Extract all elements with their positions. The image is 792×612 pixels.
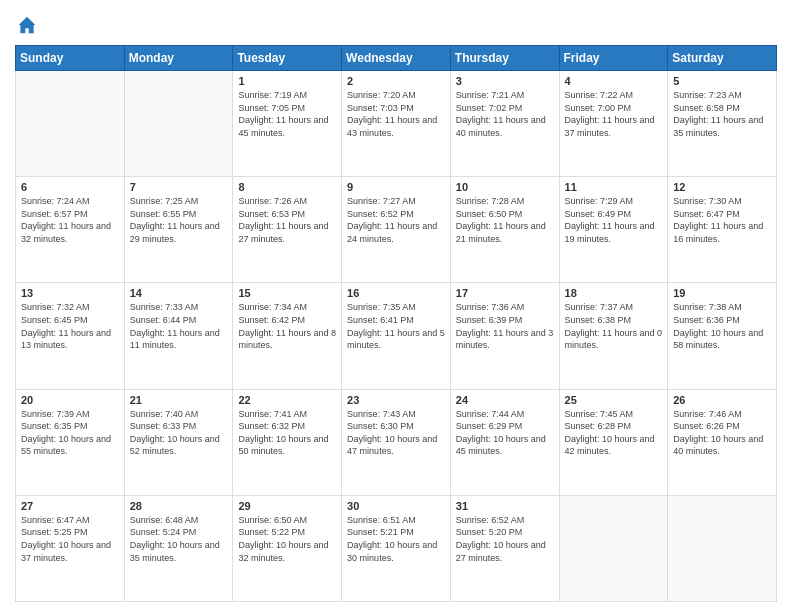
day-number: 22 xyxy=(238,394,336,406)
cell-info: Sunrise: 7:26 AMSunset: 6:53 PMDaylight:… xyxy=(238,195,336,245)
day-number: 7 xyxy=(130,181,228,193)
day-number: 3 xyxy=(456,75,554,87)
day-number: 26 xyxy=(673,394,771,406)
calendar-cell: 7Sunrise: 7:25 AMSunset: 6:55 PMDaylight… xyxy=(124,177,233,283)
calendar-cell: 20Sunrise: 7:39 AMSunset: 6:35 PMDayligh… xyxy=(16,389,125,495)
cell-info: Sunrise: 7:20 AMSunset: 7:03 PMDaylight:… xyxy=(347,89,445,139)
cell-info: Sunrise: 6:47 AMSunset: 5:25 PMDaylight:… xyxy=(21,514,119,564)
calendar-cell: 28Sunrise: 6:48 AMSunset: 5:24 PMDayligh… xyxy=(124,495,233,601)
day-number: 20 xyxy=(21,394,119,406)
day-number: 1 xyxy=(238,75,336,87)
day-number: 21 xyxy=(130,394,228,406)
calendar-cell: 22Sunrise: 7:41 AMSunset: 6:32 PMDayligh… xyxy=(233,389,342,495)
cell-info: Sunrise: 7:37 AMSunset: 6:38 PMDaylight:… xyxy=(565,301,663,351)
weekday-header-wednesday: Wednesday xyxy=(342,46,451,71)
cell-info: Sunrise: 7:33 AMSunset: 6:44 PMDaylight:… xyxy=(130,301,228,351)
calendar-cell: 31Sunrise: 6:52 AMSunset: 5:20 PMDayligh… xyxy=(450,495,559,601)
cell-info: Sunrise: 7:36 AMSunset: 6:39 PMDaylight:… xyxy=(456,301,554,351)
logo xyxy=(15,15,37,35)
calendar-cell: 24Sunrise: 7:44 AMSunset: 6:29 PMDayligh… xyxy=(450,389,559,495)
day-number: 6 xyxy=(21,181,119,193)
calendar-cell xyxy=(124,71,233,177)
page: SundayMondayTuesdayWednesdayThursdayFrid… xyxy=(0,0,792,612)
weekday-header-thursday: Thursday xyxy=(450,46,559,71)
weekday-header-friday: Friday xyxy=(559,46,668,71)
cell-info: Sunrise: 7:44 AMSunset: 6:29 PMDaylight:… xyxy=(456,408,554,458)
day-number: 15 xyxy=(238,287,336,299)
cell-info: Sunrise: 7:21 AMSunset: 7:02 PMDaylight:… xyxy=(456,89,554,139)
day-number: 4 xyxy=(565,75,663,87)
calendar-cell: 19Sunrise: 7:38 AMSunset: 6:36 PMDayligh… xyxy=(668,283,777,389)
calendar-cell: 13Sunrise: 7:32 AMSunset: 6:45 PMDayligh… xyxy=(16,283,125,389)
day-number: 25 xyxy=(565,394,663,406)
day-number: 16 xyxy=(347,287,445,299)
day-number: 13 xyxy=(21,287,119,299)
day-number: 27 xyxy=(21,500,119,512)
day-number: 5 xyxy=(673,75,771,87)
day-number: 29 xyxy=(238,500,336,512)
calendar-cell: 18Sunrise: 7:37 AMSunset: 6:38 PMDayligh… xyxy=(559,283,668,389)
cell-info: Sunrise: 7:45 AMSunset: 6:28 PMDaylight:… xyxy=(565,408,663,458)
calendar-cell: 17Sunrise: 7:36 AMSunset: 6:39 PMDayligh… xyxy=(450,283,559,389)
cell-info: Sunrise: 7:22 AMSunset: 7:00 PMDaylight:… xyxy=(565,89,663,139)
calendar-cell: 30Sunrise: 6:51 AMSunset: 5:21 PMDayligh… xyxy=(342,495,451,601)
week-row-4: 27Sunrise: 6:47 AMSunset: 5:25 PMDayligh… xyxy=(16,495,777,601)
day-number: 24 xyxy=(456,394,554,406)
day-number: 19 xyxy=(673,287,771,299)
calendar-cell: 8Sunrise: 7:26 AMSunset: 6:53 PMDaylight… xyxy=(233,177,342,283)
cell-info: Sunrise: 7:39 AMSunset: 6:35 PMDaylight:… xyxy=(21,408,119,458)
calendar-cell xyxy=(668,495,777,601)
day-number: 23 xyxy=(347,394,445,406)
day-number: 28 xyxy=(130,500,228,512)
cell-info: Sunrise: 6:48 AMSunset: 5:24 PMDaylight:… xyxy=(130,514,228,564)
week-row-2: 13Sunrise: 7:32 AMSunset: 6:45 PMDayligh… xyxy=(16,283,777,389)
calendar-cell: 25Sunrise: 7:45 AMSunset: 6:28 PMDayligh… xyxy=(559,389,668,495)
day-number: 17 xyxy=(456,287,554,299)
cell-info: Sunrise: 7:43 AMSunset: 6:30 PMDaylight:… xyxy=(347,408,445,458)
day-number: 2 xyxy=(347,75,445,87)
cell-info: Sunrise: 7:40 AMSunset: 6:33 PMDaylight:… xyxy=(130,408,228,458)
cell-info: Sunrise: 7:23 AMSunset: 6:58 PMDaylight:… xyxy=(673,89,771,139)
calendar-cell: 15Sunrise: 7:34 AMSunset: 6:42 PMDayligh… xyxy=(233,283,342,389)
calendar-cell xyxy=(16,71,125,177)
calendar-cell: 26Sunrise: 7:46 AMSunset: 6:26 PMDayligh… xyxy=(668,389,777,495)
cell-info: Sunrise: 7:41 AMSunset: 6:32 PMDaylight:… xyxy=(238,408,336,458)
calendar-cell: 16Sunrise: 7:35 AMSunset: 6:41 PMDayligh… xyxy=(342,283,451,389)
weekday-header-monday: Monday xyxy=(124,46,233,71)
cell-info: Sunrise: 7:25 AMSunset: 6:55 PMDaylight:… xyxy=(130,195,228,245)
cell-info: Sunrise: 7:46 AMSunset: 6:26 PMDaylight:… xyxy=(673,408,771,458)
day-number: 9 xyxy=(347,181,445,193)
cell-info: Sunrise: 7:32 AMSunset: 6:45 PMDaylight:… xyxy=(21,301,119,351)
cell-info: Sunrise: 7:19 AMSunset: 7:05 PMDaylight:… xyxy=(238,89,336,139)
calendar-cell: 23Sunrise: 7:43 AMSunset: 6:30 PMDayligh… xyxy=(342,389,451,495)
weekday-header-row: SundayMondayTuesdayWednesdayThursdayFrid… xyxy=(16,46,777,71)
day-number: 14 xyxy=(130,287,228,299)
cell-info: Sunrise: 7:24 AMSunset: 6:57 PMDaylight:… xyxy=(21,195,119,245)
calendar-table: SundayMondayTuesdayWednesdayThursdayFrid… xyxy=(15,45,777,602)
calendar-cell: 2Sunrise: 7:20 AMSunset: 7:03 PMDaylight… xyxy=(342,71,451,177)
calendar-cell: 5Sunrise: 7:23 AMSunset: 6:58 PMDaylight… xyxy=(668,71,777,177)
calendar-cell: 9Sunrise: 7:27 AMSunset: 6:52 PMDaylight… xyxy=(342,177,451,283)
calendar-cell: 1Sunrise: 7:19 AMSunset: 7:05 PMDaylight… xyxy=(233,71,342,177)
cell-info: Sunrise: 7:27 AMSunset: 6:52 PMDaylight:… xyxy=(347,195,445,245)
calendar-cell: 27Sunrise: 6:47 AMSunset: 5:25 PMDayligh… xyxy=(16,495,125,601)
cell-info: Sunrise: 7:35 AMSunset: 6:41 PMDaylight:… xyxy=(347,301,445,351)
calendar-cell: 14Sunrise: 7:33 AMSunset: 6:44 PMDayligh… xyxy=(124,283,233,389)
calendar-cell xyxy=(559,495,668,601)
calendar-cell: 4Sunrise: 7:22 AMSunset: 7:00 PMDaylight… xyxy=(559,71,668,177)
cell-info: Sunrise: 6:51 AMSunset: 5:21 PMDaylight:… xyxy=(347,514,445,564)
weekday-header-tuesday: Tuesday xyxy=(233,46,342,71)
cell-info: Sunrise: 7:29 AMSunset: 6:49 PMDaylight:… xyxy=(565,195,663,245)
cell-info: Sunrise: 6:52 AMSunset: 5:20 PMDaylight:… xyxy=(456,514,554,564)
day-number: 11 xyxy=(565,181,663,193)
calendar-cell: 10Sunrise: 7:28 AMSunset: 6:50 PMDayligh… xyxy=(450,177,559,283)
calendar-cell: 3Sunrise: 7:21 AMSunset: 7:02 PMDaylight… xyxy=(450,71,559,177)
week-row-3: 20Sunrise: 7:39 AMSunset: 6:35 PMDayligh… xyxy=(16,389,777,495)
logo-icon xyxy=(17,15,37,35)
day-number: 12 xyxy=(673,181,771,193)
day-number: 18 xyxy=(565,287,663,299)
day-number: 30 xyxy=(347,500,445,512)
weekday-header-sunday: Sunday xyxy=(16,46,125,71)
day-number: 8 xyxy=(238,181,336,193)
week-row-0: 1Sunrise: 7:19 AMSunset: 7:05 PMDaylight… xyxy=(16,71,777,177)
